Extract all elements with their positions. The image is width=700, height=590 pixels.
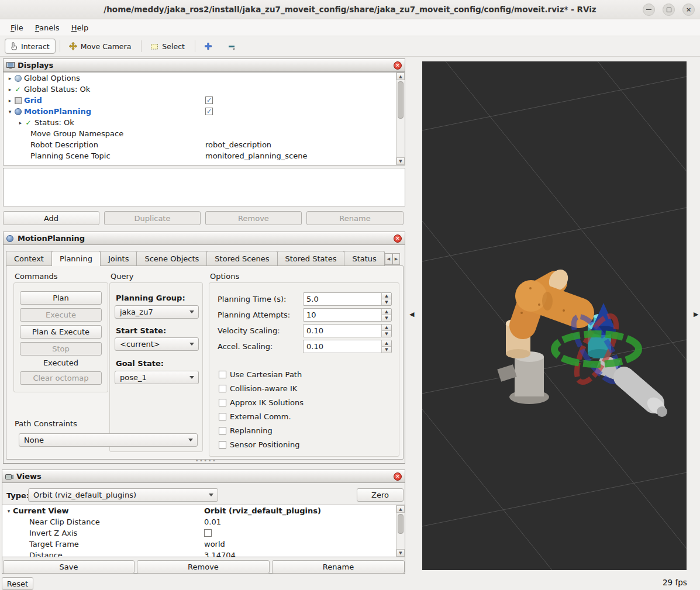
collision-aware-ik-option[interactable]: Collision-aware IK (219, 384, 297, 393)
resize-grip[interactable]: ••••• (195, 458, 217, 464)
tab-status[interactable]: Status (344, 251, 384, 266)
reset-button[interactable]: Reset (2, 577, 33, 590)
displays-scrollbar[interactable]: ▲ ▼ (396, 73, 405, 165)
start-state-select[interactable]: <current> (115, 337, 199, 351)
replanning-checkbox[interactable] (219, 427, 226, 434)
row-value[interactable]: monitored_planning_scene (205, 151, 307, 160)
approx-ik-solutions-checkbox[interactable] (219, 399, 226, 406)
titlebar[interactable]: /home/meddy/jaka_ros2/install/jaka_zu7_m… (0, 0, 700, 19)
maximize-button[interactable] (663, 4, 675, 16)
row-value[interactable]: 0.01 (204, 517, 221, 526)
spin-up-icon[interactable]: ▲ (382, 340, 391, 347)
scroll-down-icon[interactable]: ▼ (396, 549, 405, 557)
display-row-planning-scene-topic[interactable]: Planning Scene Topic monitored_planning_… (4, 150, 405, 161)
duplicate-display-button[interactable]: Duplicate (104, 211, 201, 225)
display-row-global-status[interactable]: ▸✓Global Status: Ok (4, 84, 405, 95)
move-camera-tool-button[interactable]: Move Camera (64, 39, 137, 54)
spin-down-icon[interactable]: ▼ (382, 331, 391, 337)
remove-tool-button[interactable] (223, 39, 242, 54)
spin-down-icon[interactable]: ▼ (382, 299, 391, 305)
row-value[interactable]: 3.14704 (204, 551, 236, 557)
path-constraints-select[interactable]: None (19, 433, 198, 447)
display-row-grid[interactable]: ▸Grid ✓ (4, 95, 405, 106)
display-row-robot-description[interactable]: Robot Description robot_description (4, 139, 405, 150)
row-value[interactable]: robot_description (205, 140, 271, 149)
tab-stored-scenes[interactable]: Stored Scenes (206, 251, 277, 266)
tab-context[interactable]: Context (6, 251, 52, 266)
zero-view-button[interactable]: Zero (357, 488, 404, 502)
tab-planning[interactable]: Planning (51, 251, 101, 266)
3d-viewport[interactable] (422, 61, 687, 570)
view-row-distance[interactable]: Distance 3.14704 (2, 550, 405, 557)
close-button[interactable]: × (682, 4, 695, 16)
panel-collapse-handle-right[interactable]: ▶ (694, 310, 698, 318)
spin-down-icon[interactable]: ▼ (382, 347, 391, 353)
panel-collapse-handle-left[interactable]: ◀ (409, 310, 414, 318)
minimize-button[interactable] (643, 4, 655, 16)
menu-file[interactable]: File (5, 21, 29, 34)
menu-help[interactable]: Help (65, 21, 95, 34)
view-row-near-clip[interactable]: Near Clip Distance 0.01 (2, 516, 405, 527)
planning-attempts-spinbox[interactable]: 10 ▲▼ (303, 308, 392, 322)
displays-panel-header[interactable]: Displays ✕ (4, 59, 405, 72)
grid-enabled-checkbox[interactable]: ✓ (205, 96, 213, 104)
view-row-target-frame[interactable]: Target Frame world (2, 539, 405, 550)
collision-aware-ik-checkbox[interactable] (219, 385, 226, 392)
use-cartesian-path-checkbox[interactable] (219, 371, 226, 378)
collapse-arrow-icon[interactable]: ▾ (6, 109, 14, 115)
display-row-status-ok[interactable]: ▸✓Status: Ok (4, 117, 405, 128)
scrollbar-thumb[interactable] (398, 81, 404, 119)
expand-arrow-icon[interactable]: ▸ (6, 87, 14, 92)
display-row-global-options[interactable]: ▸Global Options (4, 73, 405, 84)
planning-time-spinbox[interactable]: 5.0 ▲▼ (303, 292, 392, 306)
scrollbar-thumb[interactable] (398, 514, 404, 534)
replanning-option[interactable]: Replanning (219, 426, 273, 435)
tab-scroll-left-icon[interactable]: ◀ (385, 253, 392, 265)
rename-view-button[interactable]: Rename (272, 560, 405, 574)
external-comm-checkbox[interactable] (219, 413, 226, 420)
views-scrollbar[interactable]: ▲ ▼ (396, 505, 405, 557)
planning-group-select[interactable]: jaka_zu7 (115, 305, 199, 319)
save-view-button[interactable]: Save (3, 560, 135, 574)
clear-octomap-button[interactable]: Clear octomap (20, 371, 102, 385)
rename-display-button[interactable]: Rename (306, 211, 404, 225)
views-panel-header[interactable]: Views ✕ (2, 470, 405, 483)
spin-up-icon[interactable]: ▲ (382, 309, 391, 315)
tab-scroll-right-icon[interactable]: ▶ (392, 253, 400, 265)
accel-scaling-spinbox[interactable]: 0.10 ▲▼ (303, 340, 392, 353)
display-row-move-group-namespace[interactable]: Move Group Namespace (4, 128, 405, 139)
scroll-up-icon[interactable]: ▲ (396, 505, 405, 513)
motionplanning-enabled-checkbox[interactable]: ✓ (205, 108, 213, 115)
velocity-scaling-spinbox[interactable]: 0.10 ▲▼ (303, 324, 392, 337)
remove-display-button[interactable]: Remove (205, 211, 302, 225)
tab-joints[interactable]: Joints (100, 251, 137, 266)
spin-up-icon[interactable]: ▲ (382, 293, 391, 299)
expand-arrow-icon[interactable]: ▸ (6, 98, 14, 103)
scroll-up-icon[interactable]: ▲ (396, 73, 405, 80)
goal-state-select[interactable]: pose_1 (115, 371, 199, 384)
plan-button[interactable]: Plan (20, 291, 102, 305)
view-row-current-view[interactable]: ▾Current View Orbit (rviz_default_plugin… (2, 505, 405, 516)
execute-button[interactable]: Execute (20, 308, 102, 322)
approx-ik-solutions-option[interactable]: Approx IK Solutions (219, 398, 304, 407)
expand-arrow-icon[interactable]: ▸ (16, 120, 25, 126)
view-row-invert-z[interactable]: Invert Z Axis (2, 527, 405, 539)
sensor-positioning-option[interactable]: Sensor Positioning (219, 440, 299, 449)
stop-button[interactable]: Stop (20, 342, 102, 356)
views-close-button[interactable]: ✕ (394, 472, 402, 481)
plan-and-execute-button[interactable]: Plan & Execute (20, 325, 102, 339)
tab-stored-states[interactable]: Stored States (277, 251, 345, 266)
add-display-button[interactable]: Add (3, 211, 99, 225)
motionplanning-panel-header[interactable]: MotionPlanning ✕ (4, 232, 405, 245)
interact-tool-button[interactable]: Interact (5, 39, 56, 54)
use-cartesian-path-option[interactable]: Use Cartesian Path (219, 370, 302, 379)
menu-panels[interactable]: Panels (29, 21, 65, 34)
displays-close-button[interactable]: ✕ (394, 61, 402, 70)
select-tool-button[interactable]: Select (146, 39, 191, 54)
motionplanning-close-button[interactable]: ✕ (394, 234, 402, 243)
sensor-positioning-checkbox[interactable] (219, 441, 226, 448)
scroll-down-icon[interactable]: ▼ (396, 157, 405, 165)
add-tool-button[interactable] (199, 39, 219, 54)
spin-down-icon[interactable]: ▼ (382, 315, 391, 321)
view-type-select[interactable]: Orbit (rviz_default_plugins) (28, 488, 218, 502)
